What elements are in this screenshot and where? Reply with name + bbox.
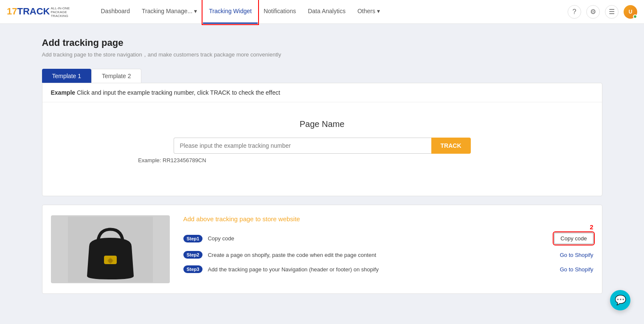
store-card: Add above tracking page to store website… — [42, 205, 602, 294]
logo-track: TRACK — [17, 6, 50, 17]
example-text: Click and input the example tracking num… — [77, 89, 280, 96]
logo-sub: ALL-IN-ONE PACKAGE TRACKING — [51, 7, 84, 18]
track-button[interactable]: TRACK — [431, 138, 471, 154]
step1-desc: Copy code — [208, 235, 234, 242]
step3-badge: Step3 — [183, 265, 203, 273]
chat-icon: 💬 — [615, 295, 626, 306]
tab-template2[interactable]: Template 2 — [91, 69, 141, 83]
avatar[interactable]: U — [624, 5, 637, 19]
store-image — [51, 215, 170, 283]
example-card: Example Click and input the example trac… — [42, 83, 602, 196]
step3-label: Step3 Add the tracking page to your Navi… — [183, 265, 379, 273]
demo-example-text: Example: RR123456789CN — [138, 157, 206, 163]
step1-row: Step1 Copy code Copy code 2 — [183, 233, 593, 244]
avatar-status-dot — [633, 14, 637, 19]
help-button[interactable]: ? — [568, 5, 581, 19]
step1-badge: Step1 — [183, 235, 203, 242]
store-steps: Add above tracking page to store website… — [183, 215, 593, 273]
step1-label: Step1 Copy code — [183, 235, 234, 242]
chat-fab-button[interactable]: 💬 — [610, 290, 630, 310]
step2-number: 2 — [590, 223, 593, 231]
settings-button[interactable]: ⚙ — [586, 5, 600, 19]
logo: 17TRACK ALL-IN-ONE PACKAGE TRACKING — [7, 5, 84, 18]
nav-tracking-widget[interactable]: Tracking Widget — [203, 0, 258, 24]
menu-button[interactable]: ☰ — [605, 5, 619, 19]
handbag-illustration — [68, 217, 153, 282]
demo-widget: Page Name TRACK Example: RR123456789CN — [42, 102, 602, 196]
page-title: Add tracking page — [42, 37, 602, 48]
step3-shopify-link[interactable]: Go to Shopify — [560, 266, 593, 273]
copy-code-button[interactable]: Copy code — [554, 233, 593, 244]
example-bold: Example — [51, 89, 76, 96]
demo-input-row: TRACK — [174, 138, 471, 154]
nav-notifications[interactable]: Notifications — [258, 0, 302, 24]
nav-data-analytics[interactable]: Data Analytics — [302, 0, 352, 24]
demo-page-name: Page Name — [300, 119, 345, 129]
store-section-title: Add above tracking page to store website — [183, 215, 593, 223]
step2-desc: Create a page on shopify, paste the code… — [208, 252, 376, 258]
main-content: Add tracking page Add tracking page to t… — [25, 24, 619, 316]
tab-template1[interactable]: Template 1 — [42, 69, 91, 83]
step3-desc: Add the tracking page to your Navigation… — [208, 266, 379, 273]
nav-icons: ? ⚙ ☰ U — [568, 5, 637, 19]
page-subtitle: Add tracking page to the store navigatio… — [42, 51, 602, 59]
tracking-number-input[interactable] — [174, 138, 431, 154]
tabs: Template 1 Template 2 — [42, 69, 602, 83]
nav-dashboard[interactable]: Dashboard — [95, 0, 136, 24]
logo-17: 17 — [7, 6, 17, 17]
svg-point-3 — [108, 259, 112, 263]
store-section: Add above tracking page to store website… — [42, 205, 602, 293]
step2-row: Step2 Create a page on shopify, paste th… — [183, 251, 593, 259]
step3-row: Step3 Add the tracking page to your Navi… — [183, 265, 593, 273]
nav-tracking-manage[interactable]: Tracking Manage... ▾ — [136, 0, 203, 24]
chevron-down-icon: ▾ — [377, 8, 380, 14]
step2-label: Step2 Create a page on shopify, paste th… — [183, 251, 377, 259]
step2-badge: Step2 — [183, 251, 203, 259]
example-notice: Example Click and input the example trac… — [42, 83, 602, 102]
navbar: 17TRACK ALL-IN-ONE PACKAGE TRACKING Dash… — [0, 0, 644, 24]
nav-others[interactable]: Others ▾ — [352, 0, 386, 24]
step2-shopify-link[interactable]: Go to Shopify — [560, 252, 593, 258]
nav-links: Dashboard Tracking Manage... ▾ Tracking … — [95, 0, 568, 24]
chevron-down-icon: ▾ — [194, 8, 197, 14]
